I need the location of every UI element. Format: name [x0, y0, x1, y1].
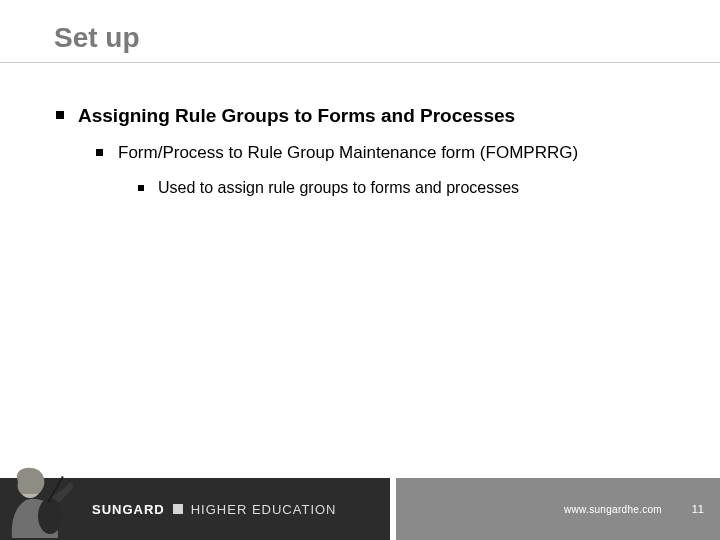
page-number: 11: [692, 478, 704, 540]
footer-bar: SUNGARD HIGHER EDUCATION www.sungardhe.c…: [0, 478, 720, 540]
footer-url: www.sungardhe.com: [564, 478, 662, 540]
decorative-person-image: [0, 460, 85, 540]
slide-title: Set up: [54, 22, 140, 54]
slide: Set up Assigning Rule Groups to Forms an…: [0, 0, 720, 540]
footer-right-panel: www.sungardhe.com 11: [396, 478, 720, 540]
bullet-level-1: Assigning Rule Groups to Forms and Proce…: [56, 104, 680, 128]
square-bullet-icon: [138, 185, 144, 191]
bullet-text: Assigning Rule Groups to Forms and Proce…: [78, 105, 515, 126]
content-area: Assigning Rule Groups to Forms and Proce…: [56, 104, 680, 213]
svg-point-3: [38, 498, 62, 534]
title-underline: [0, 62, 720, 63]
bullet-level-2: Form/Process to Rule Group Maintenance f…: [96, 142, 680, 164]
brand-name-bold: SUNGARD: [92, 502, 165, 517]
brand-name-light: HIGHER EDUCATION: [191, 502, 337, 517]
square-bullet-icon: [56, 111, 64, 119]
bullet-level-3: Used to assign rule groups to forms and …: [138, 178, 680, 198]
bullet-text: Form/Process to Rule Group Maintenance f…: [118, 143, 578, 162]
square-bullet-icon: [96, 149, 103, 156]
brand-square-icon: [173, 504, 183, 514]
brand-logo: SUNGARD HIGHER EDUCATION: [92, 478, 337, 540]
bullet-text: Used to assign rule groups to forms and …: [158, 179, 519, 196]
